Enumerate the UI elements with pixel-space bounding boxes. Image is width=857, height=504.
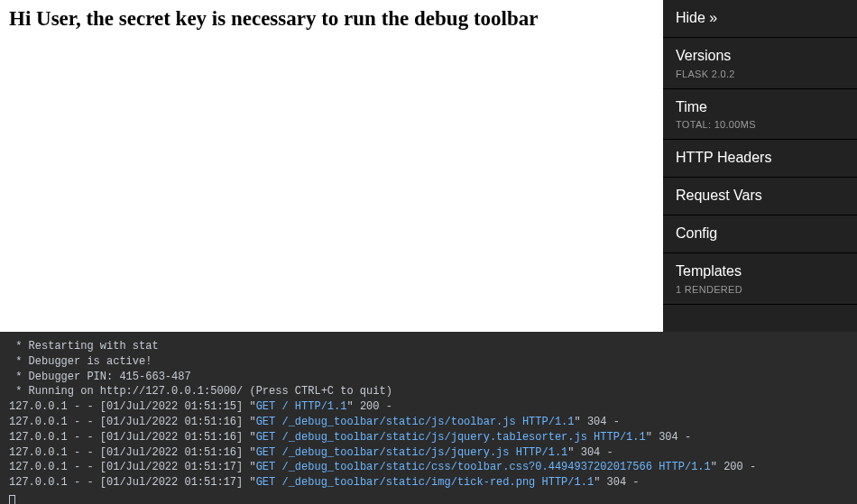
- panel-http-headers-label: HTTP Headers: [676, 149, 844, 168]
- panel-config[interactable]: Config: [663, 215, 857, 253]
- panel-versions-label: Versions: [676, 47, 844, 66]
- panel-hide[interactable]: Hide »: [663, 0, 857, 38]
- panel-request-vars[interactable]: Request Vars: [663, 178, 857, 215]
- panel-versions[interactable]: Versions Flask 2.0.2: [663, 38, 857, 89]
- terminal-line: * Running on http://127.0.0.1:5000/ (Pre…: [9, 384, 848, 399]
- terminal-line: 127.0.0.1 - - [01/Jul/2022 01:51:16] "GE…: [9, 445, 848, 461]
- main-content: Hi User, the secret key is necessary to …: [0, 0, 663, 332]
- panel-templates-sub: 1 rendered: [676, 284, 844, 295]
- terminal-line: 127.0.0.1 - - [01/Jul/2022 01:51:16] "GE…: [9, 430, 848, 445]
- terminal-output[interactable]: * Restarting with stat * Debugger is act…: [0, 332, 857, 504]
- panel-templates[interactable]: Templates 1 rendered: [663, 253, 857, 305]
- page-heading: Hi User, the secret key is necessary to …: [9, 7, 654, 31]
- panel-templates-label: Templates: [676, 262, 844, 281]
- panel-time-sub: TOTAL: 10.00ms: [676, 119, 844, 130]
- terminal-line: 127.0.0.1 - - [01/Jul/2022 01:51:16] "GE…: [9, 415, 848, 430]
- panel-versions-sub: Flask 2.0.2: [676, 69, 844, 79]
- panel-hide-label: Hide »: [676, 9, 844, 28]
- panel-time[interactable]: Time TOTAL: 10.00ms: [663, 89, 857, 141]
- terminal-line: * Restarting with stat: [9, 339, 848, 354]
- terminal-cursor: [9, 490, 848, 504]
- terminal-line: * Debugger PIN: 415-663-487: [9, 370, 848, 385]
- terminal-line: 127.0.0.1 - - [01/Jul/2022 01:51:17] "GE…: [9, 475, 848, 490]
- panel-config-label: Config: [676, 225, 844, 243]
- terminal-line: * Debugger is active!: [9, 354, 848, 370]
- debug-toolbar: Hide » Versions Flask 2.0.2 Time TOTAL: …: [663, 0, 857, 332]
- terminal-line: 127.0.0.1 - - [01/Jul/2022 01:51:15] "GE…: [9, 399, 848, 415]
- panel-http-headers[interactable]: HTTP Headers: [663, 140, 857, 178]
- terminal-line: 127.0.0.1 - - [01/Jul/2022 01:51:17] "GE…: [9, 460, 848, 475]
- panel-request-vars-label: Request Vars: [676, 187, 844, 206]
- panel-time-label: Time: [676, 98, 844, 117]
